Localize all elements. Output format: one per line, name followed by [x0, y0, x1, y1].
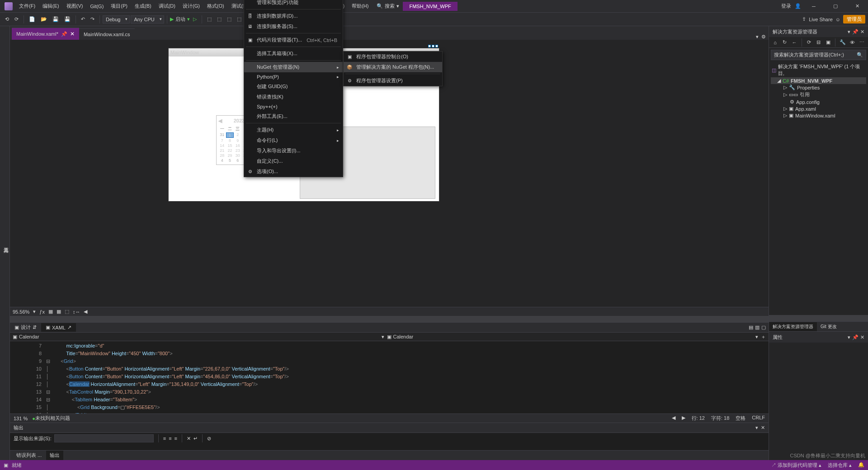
refresh-icon[interactable]: ◀ — [84, 309, 87, 315]
dd-snippets[interactable]: ▣代码片段管理器(T)...Ctrl+K, Ctrl+B — [244, 35, 343, 45]
dd-connect-server[interactable]: 🖥连接到服务器(S)... — [244, 21, 343, 32]
close-icon[interactable]: ✕ — [70, 31, 75, 37]
tab-output[interactable]: 输出 — [46, 451, 63, 460]
tree-solution[interactable]: ◫解决方案 'FMSH_NVM_WPF' (1 个项目, — [771, 63, 866, 77]
expand-icon[interactable]: ▷ — [783, 106, 787, 112]
refresh-icon[interactable]: ⟳ — [805, 38, 813, 47]
dd-manage-preview[interactable]: 管理和预览(P)功能 — [244, 0, 343, 8]
gear-icon[interactable]: ⚙ — [761, 34, 766, 40]
more-icon[interactable]: ⋯ — [858, 38, 866, 47]
snap-icon[interactable]: ▦ — [57, 309, 61, 315]
start-nodebug-button[interactable]: ▷ — [191, 15, 199, 24]
dd-external[interactable]: 外部工具(E)... — [244, 111, 343, 122]
tree-appconfig[interactable]: ⚙App.config — [771, 99, 866, 105]
menu-design[interactable]: 设计(G) — [179, 1, 203, 11]
dd-cmdline[interactable]: 命令行(L) — [244, 135, 343, 146]
dd-toolbox[interactable]: 选择工具箱项(X)... — [244, 48, 343, 59]
issues-icon[interactable]: ● — [32, 416, 35, 421]
solution-tree[interactable]: ◫解决方案 'FMSH_NVM_WPF' (1 个项目, ◢C#FMSH_NVM… — [769, 62, 868, 315]
fx-icon[interactable]: ƒx — [39, 309, 45, 315]
menu-format[interactable]: 格式(O) — [203, 1, 228, 11]
platform-combo[interactable]: Any CPU — [131, 15, 164, 24]
wrap-icon[interactable]: ↵ — [193, 436, 198, 442]
tree-properties[interactable]: ▷🔧Properties — [771, 84, 866, 91]
redo-button[interactable]: ↷ — [88, 15, 97, 24]
saveall-button[interactable]: 💾 — [62, 15, 73, 24]
dd-options[interactable]: ⚙选项(O)... — [244, 166, 343, 177]
window-close[interactable]: ✕ — [848, 0, 866, 13]
open-button[interactable]: 📂 — [38, 15, 49, 24]
editor-zoom[interactable]: 131 % — [14, 416, 28, 421]
grid-icon[interactable]: ▦ — [48, 309, 53, 315]
dd-errlookup[interactable]: 错误查找(K) — [244, 92, 343, 102]
tree-appxaml[interactable]: ▷▣App.xaml — [771, 105, 866, 112]
xaml-editor[interactable]: 7891011121314151617 ⊟│││⊟⊟│││ mc:Ignorab… — [10, 341, 769, 414]
output-source-combo[interactable] — [54, 434, 154, 442]
menu-git[interactable]: Git(G) — [86, 2, 107, 11]
stop-icon[interactable]: ⊘ — [207, 436, 211, 442]
path-right[interactable]: ▣ Calendar — [387, 334, 753, 340]
tab-xaml[interactable]: ▣ XAML ↗ — [41, 323, 76, 332]
dd-theme[interactable]: 主题(H) — [244, 125, 343, 135]
add-icon[interactable]: ＋ — [761, 334, 766, 340]
sync-icon[interactable]: ↻ — [780, 38, 789, 47]
pin-icon[interactable]: ▾ — [755, 425, 758, 431]
path-left[interactable]: ▣ Calendar — [13, 334, 379, 340]
start-button[interactable]: ▶ 启动 ▾ — [170, 16, 190, 23]
dd-customize[interactable]: 自定义(C)... — [244, 156, 343, 166]
left-tool-rail[interactable]: 工具箱 数据源 — [0, 26, 10, 460]
doc-tab-mainwindow[interactable]: MainWindow.xaml* 📌 ✕ — [12, 28, 79, 40]
effects-icon[interactable]: ⬚ — [65, 309, 69, 315]
dd-nuget-console[interactable]: ▣程序包管理器控制台(O) — [344, 52, 442, 62]
menu-edit[interactable]: 编辑(E) — [39, 1, 63, 11]
tab-design[interactable]: ▣ 设计 ⇵ — [10, 323, 41, 332]
menu-debug[interactable]: 调试(D) — [155, 1, 179, 11]
nav-fwd-button[interactable]: ⟳ — [12, 15, 21, 24]
tab-errorlist[interactable]: 错误列表 ... — [13, 451, 45, 460]
back-icon[interactable]: ← — [790, 38, 798, 47]
window-minimize[interactable]: ─ — [805, 0, 823, 13]
doc-tab-codebehind[interactable]: MainWindow.xaml.cs — [79, 28, 135, 40]
out-icon[interactable]: ≡ — [169, 436, 171, 441]
tab-solution-explorer[interactable]: 解决方案资源管理器 — [769, 322, 817, 331]
undo-button[interactable]: ↶ — [79, 15, 87, 24]
dd-nuget-manage[interactable]: 📦管理解决方案的 NuGet 程序包(N)... — [344, 62, 442, 72]
tree-mainwindow[interactable]: ▷▣MainWindow.xaml — [771, 112, 866, 119]
dd-nuget[interactable]: NuGet 包管理器(N) — [244, 62, 343, 72]
zoom-dropdown-icon[interactable]: ▾ — [33, 309, 36, 315]
showall-icon[interactable]: ▣ — [824, 38, 832, 47]
menu-file[interactable]: 文件(F) — [15, 1, 39, 11]
spaces-label[interactable]: 空格 — [736, 415, 745, 422]
tree-references[interactable]: ▷▭▭引用 — [771, 91, 866, 99]
dd-python[interactable]: Python(P) — [244, 72, 343, 81]
nav-back-button[interactable]: ⟲ — [3, 15, 11, 24]
toolbar-icon-4[interactable]: ⬚ — [235, 15, 244, 24]
menu-project[interactable]: 项目(P) — [107, 1, 131, 11]
preview-icon[interactable]: 👁 — [848, 38, 857, 47]
out-icon[interactable]: ≡ — [163, 436, 166, 441]
live-share-label[interactable]: Live Share — [809, 17, 833, 22]
split-h-icon[interactable]: ▤ — [749, 324, 753, 330]
window-maximize[interactable]: ▢ — [826, 0, 844, 13]
close-icon[interactable]: ✕ — [761, 425, 765, 431]
save-button[interactable]: 💾 — [50, 15, 61, 24]
feedback-icon[interactable]: ☺ — [835, 17, 840, 22]
dd-spy[interactable]: Spy++(+) — [244, 102, 343, 111]
pin-icon[interactable]: 📌 — [852, 334, 859, 340]
notifications-icon[interactable]: 🔔 — [858, 462, 864, 469]
toolbar-icon-1[interactable]: ⬚ — [205, 15, 214, 24]
issues-label[interactable]: 未找到相关问题 — [35, 415, 70, 422]
tree-project[interactable]: ◢C#FMSH_NVM_WPF — [771, 77, 866, 84]
menu-view[interactable]: 视图(V) — [63, 1, 87, 11]
tab-git-changes[interactable]: Git 更改 — [817, 322, 840, 331]
repo-button[interactable]: 选择仓库 ▴ — [828, 462, 852, 469]
new-button[interactable]: 📄 — [27, 15, 38, 24]
dd-connect-db[interactable]: 🗄连接到数据库(D)... — [244, 11, 343, 21]
dd-import[interactable]: 导入和导出设置(I)... — [244, 146, 343, 156]
user-icon[interactable]: 👤 — [795, 3, 801, 9]
dropdown-icon[interactable]: ▾ — [848, 29, 850, 35]
designer-hscroll[interactable] — [10, 316, 769, 322]
expand-icon[interactable]: ▢ — [761, 324, 766, 330]
clear-icon[interactable]: ✕ — [187, 436, 191, 442]
solution-search[interactable]: 搜索解决方案资源管理器(Ctrl+;) 🔍 — [771, 50, 866, 60]
